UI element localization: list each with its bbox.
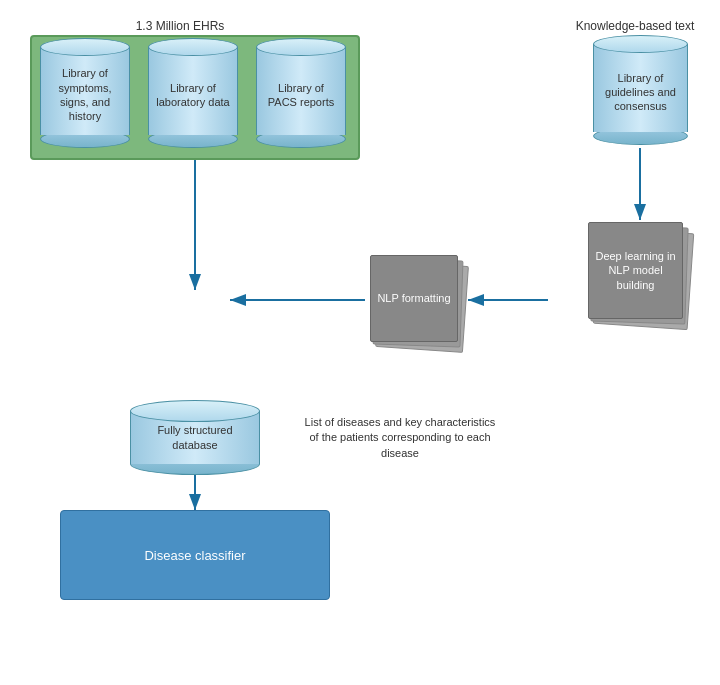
guidelines-label: Library of guidelines and consensus bbox=[599, 71, 682, 114]
ehrs-label: 1.3 Million EHRs bbox=[80, 18, 280, 35]
disease-classifier-box: Disease classifier bbox=[60, 510, 330, 600]
knowledge-label: Knowledge-based text bbox=[575, 18, 695, 35]
lab-label: Library of laboratory data bbox=[154, 81, 232, 110]
database-label: Fully structured database bbox=[139, 423, 251, 452]
symptoms-label: Library of symptoms, signs, and history bbox=[46, 66, 124, 123]
nlp-label: NLP formatting bbox=[377, 291, 450, 305]
disease-classifier-label: Disease classifier bbox=[144, 548, 245, 563]
deep-learning-stack: Deep learning in NLP model building bbox=[586, 222, 691, 327]
cylinder-symptoms: Library of symptoms, signs, and history bbox=[40, 38, 130, 148]
cylinder-pacs: Library of PACS reports bbox=[256, 38, 346, 148]
cylinder-lab: Library of laboratory data bbox=[148, 38, 238, 148]
cylinder-database: Fully structured database bbox=[130, 400, 260, 475]
cylinder-guidelines: Library of guidelines and consensus bbox=[593, 35, 688, 145]
pacs-label: Library of PACS reports bbox=[262, 81, 340, 110]
disease-list-label: List of diseases and key characteristics… bbox=[290, 415, 510, 461]
deep-learning-label: Deep learning in NLP model building bbox=[594, 249, 677, 292]
diagram: 1.3 Million EHRs Knowledge-based text Li… bbox=[0, 0, 720, 685]
nlp-stack: NLP formatting bbox=[368, 255, 466, 350]
